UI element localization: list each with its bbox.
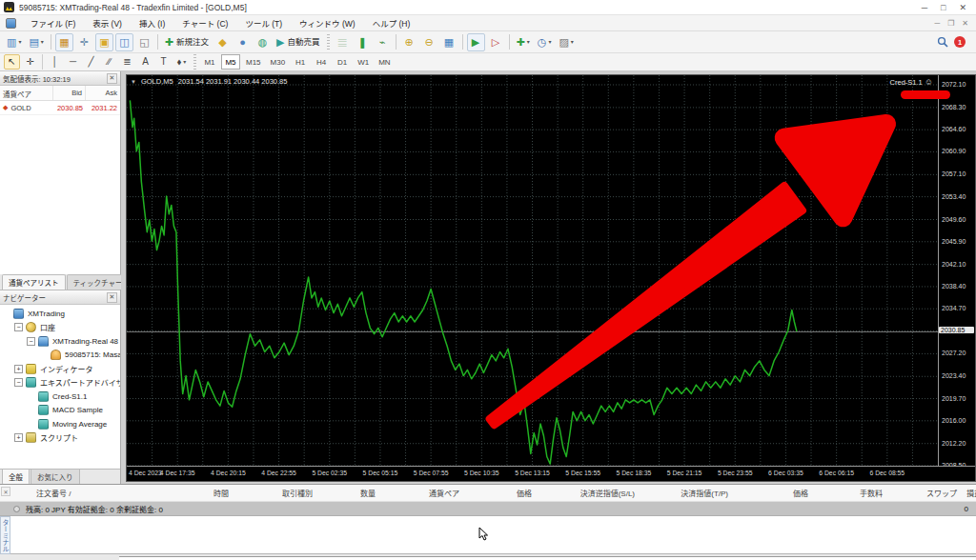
close-icon[interactable]: ✕ — [959, 3, 966, 12]
auto-trading-button[interactable]: ▶自動売買 — [274, 33, 322, 51]
menu-item-1[interactable]: 表示 (V) — [84, 15, 131, 30]
terminal-column-2[interactable]: 取引種別 — [238, 488, 322, 498]
chevron-down-icon[interactable]: ▾ — [548, 39, 551, 45]
tree-item--[interactable]: −エキスパートアドバイザ — [2, 376, 120, 390]
tile-windows-button[interactable]: ▦ — [440, 33, 458, 51]
community-button[interactable]: ● — [234, 33, 252, 51]
bar-chart-button[interactable]: 𝄙 — [334, 33, 352, 51]
horizontal-line-button[interactable]: ─ — [65, 54, 81, 70]
candlestick-button[interactable]: ❚ — [354, 33, 372, 51]
new-order-button[interactable]: ✚新規注文 — [162, 33, 212, 51]
nav-tab-お気に入り[interactable]: お気に入り — [30, 470, 80, 485]
vertical-line-button[interactable]: │ — [47, 54, 63, 70]
chevron-down-icon[interactable]: ▾ — [18, 39, 21, 45]
terminal-column-0[interactable]: 注文番号 / — [13, 488, 116, 498]
minus-expander-icon[interactable]: − — [27, 337, 35, 346]
auto-scroll-button[interactable]: ▶ — [467, 33, 485, 51]
mw-column-1[interactable]: Bid — [53, 86, 86, 100]
tree-item-cred-s1-1[interactable]: Cred-S1.1 — [2, 390, 120, 404]
timeframe-h1[interactable]: H1 — [291, 54, 310, 70]
tree-item-59085715-masah[interactable]: 59085715: Masah — [2, 349, 120, 363]
fibonacci-button[interactable]: ≣ — [119, 54, 135, 70]
navigator-button[interactable]: ▣ — [95, 33, 113, 51]
templates-button[interactable]: ▨▾ — [556, 33, 576, 51]
child-minimize-icon[interactable]: ─ — [934, 19, 940, 28]
periods-button[interactable]: ◷▾ — [535, 33, 555, 51]
plus-expander-icon[interactable]: + — [14, 433, 23, 442]
chevron-down-icon[interactable]: ▾ — [183, 59, 186, 65]
metaeditor-button[interactable]: ◆ — [214, 33, 232, 51]
minus-expander-icon[interactable]: − — [14, 378, 23, 387]
text-button[interactable]: A — [137, 54, 153, 70]
chevron-down-icon[interactable]: ▾ — [571, 39, 574, 45]
notification-badge[interactable]: 1 — [954, 36, 966, 48]
child-close-icon[interactable]: ✕ — [962, 19, 968, 28]
tree-item-xmtrading[interactable]: XMTrading — [2, 307, 120, 321]
timeframe-h4[interactable]: H4 — [312, 54, 331, 70]
tree-item-moving-average[interactable]: Moving Average — [2, 417, 120, 431]
nav-tab-全般[interactable]: 全般 — [2, 470, 30, 485]
chevron-down-icon[interactable]: ▾ — [41, 39, 44, 45]
chart-shift-button[interactable]: ▷ — [487, 33, 505, 51]
mw-column-0[interactable]: 通貨ペア — [0, 86, 53, 100]
menu-item-2[interactable]: 挿入 (I) — [131, 15, 173, 30]
tree-item--[interactable]: −口座 — [2, 321, 120, 335]
child-restore-icon[interactable]: ❐ — [947, 19, 954, 28]
mw-column-2[interactable]: Ask — [86, 86, 120, 100]
menu-item-0[interactable]: ファイル (F) — [22, 15, 84, 30]
timeframe-m1[interactable]: M1 — [200, 54, 219, 70]
menu-item-5[interactable]: ウィンドウ (W) — [291, 15, 364, 30]
data-window-button[interactable]: ✛ — [75, 33, 93, 51]
market-watch-close-icon[interactable]: ✕ — [107, 73, 117, 84]
website-button[interactable]: ◍ — [254, 33, 272, 51]
shapes-button[interactable]: ⬧▾ — [173, 54, 190, 70]
tree-item--[interactable]: +スクリプト — [2, 431, 120, 446]
zoom-out-button[interactable]: ⊖ — [420, 33, 438, 51]
menu-item-4[interactable]: ツール (T) — [236, 15, 291, 30]
terminal-column-9[interactable]: 手数料 — [818, 488, 892, 498]
terminal-column-5[interactable]: 価格 — [469, 488, 541, 498]
minus-expander-icon[interactable]: − — [14, 323, 23, 331]
terminal-column-4[interactable]: 通貨ペア — [385, 488, 469, 498]
cursor-button[interactable]: ↖ — [4, 54, 20, 70]
plus-expander-icon[interactable]: + — [14, 365, 23, 373]
zoom-in-button[interactable]: ⊕ — [400, 33, 418, 51]
strategy-tester-button[interactable]: ◱ — [135, 33, 153, 51]
timeframe-m15[interactable]: M15 — [242, 54, 265, 70]
terminal-close-icon[interactable]: ✕ — [1, 487, 10, 496]
collapse-triangle-icon[interactable]: ▼ — [131, 79, 136, 85]
channel-button[interactable]: ∕∕ — [101, 54, 117, 70]
label-button[interactable]: T — [155, 54, 172, 70]
terminal-column-7[interactable]: 決済指値(T/P) — [644, 488, 738, 498]
terminal-column-3[interactable]: 数量 — [322, 488, 385, 498]
terminal-column-10[interactable]: スワップ — [892, 488, 966, 498]
timeframe-d1[interactable]: D1 — [333, 54, 352, 70]
minimize-icon[interactable]: ─ — [922, 3, 927, 12]
timeframe-m5[interactable]: M5 — [221, 54, 240, 70]
timeframe-mn[interactable]: MN — [375, 54, 394, 70]
chart-plot[interactable]: ▼ GOLD,M5 2031.54 2031.91 2030.44 2030.8… — [127, 75, 938, 466]
price-scale[interactable]: 2072.102068.302064.602060.902057.102053.… — [938, 75, 975, 466]
tree-item--[interactable]: +インディケータ — [2, 362, 120, 376]
terminal-button[interactable]: ◫ — [115, 33, 133, 51]
menu-item-3[interactable]: チャート (C) — [173, 15, 236, 30]
search-icon[interactable] — [937, 36, 948, 48]
menu-item-6[interactable]: ヘルプ (H) — [364, 15, 419, 30]
time-axis[interactable]: 4 Dec 20234 Dec 17:354 Dec 20:154 Dec 22… — [127, 466, 975, 481]
chevron-down-icon[interactable]: ▾ — [527, 39, 530, 45]
terminal-column-6[interactable]: 決済逆指値(S/L) — [541, 488, 644, 498]
trendline-button[interactable]: ╱ — [83, 54, 99, 70]
tab-通貨ペアリスト[interactable]: 通貨ペアリスト — [2, 274, 66, 290]
timeframe-m30[interactable]: M30 — [267, 54, 290, 70]
timeframe-w1[interactable]: W1 — [354, 54, 373, 70]
market-watch-button[interactable]: ▦ — [55, 33, 73, 51]
maximize-icon[interactable]: □ — [941, 3, 946, 12]
navigator-close-icon[interactable]: ✕ — [107, 292, 117, 303]
tree-item-xmtrading-real-48[interactable]: −XMTrading-Real 48 — [2, 334, 120, 349]
profiles-button[interactable]: ▤▾ — [26, 33, 46, 51]
terminal-column-11[interactable]: 損益 — [966, 488, 976, 498]
ea-attached-label[interactable]: Cred-S1.1 ☺ — [890, 77, 933, 87]
market-watch-row[interactable]: ◆GOLD2030.852031.22 — [0, 101, 120, 115]
crosshair-button[interactable]: ✛ — [22, 54, 38, 70]
terminal-vertical-tab[interactable]: ターミナル — [0, 516, 10, 554]
